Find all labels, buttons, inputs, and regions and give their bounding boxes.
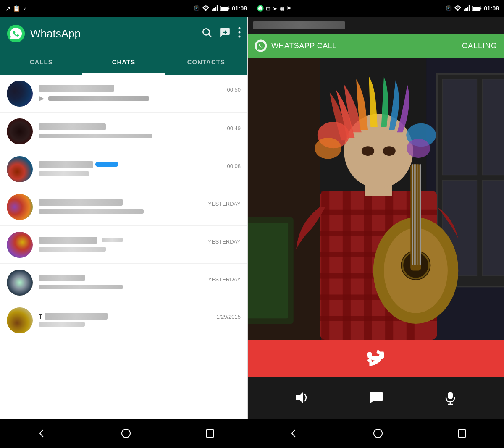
- svg-point-23: [239, 31, 241, 34]
- chat-time: YESTERDAY: [208, 276, 241, 283]
- back-button-left[interactable]: [32, 423, 52, 444]
- list-item[interactable]: YESTERDAY: [0, 264, 247, 301]
- recent-icon: [205, 428, 215, 438]
- bottom-nav: [0, 419, 504, 448]
- list-item[interactable]: YESTERDAY: [0, 226, 247, 264]
- tab-calls[interactable]: CALLS: [0, 50, 82, 75]
- status-bar: ↗ 📋 ✓ 📳: [0, 0, 504, 17]
- svg-point-52: [362, 146, 374, 156]
- chat-time: 00:50: [227, 86, 241, 93]
- right-top-bar: [248, 17, 504, 34]
- svg-rect-33: [482, 180, 504, 276]
- right-signal-icons: 📳 01:08: [446, 5, 499, 12]
- home-button-right[interactable]: [368, 423, 388, 444]
- vibrate-right-icon: 📳: [446, 5, 452, 11]
- svg-point-75: [122, 429, 130, 438]
- contact-name-blur: [39, 237, 97, 244]
- speaker-icon: [294, 390, 309, 405]
- call-photo: [248, 58, 504, 340]
- wifi-right-icon: [454, 5, 462, 11]
- chat-top: YESTERDAY: [39, 275, 241, 283]
- bottom-nav-left: [0, 419, 252, 448]
- hangup-button[interactable]: [363, 346, 388, 371]
- hangup-bar: [248, 340, 504, 377]
- app-bar: WhatsApp: [0, 17, 247, 50]
- avatar: [7, 270, 33, 296]
- contact-name-row: [39, 236, 123, 244]
- message-preview-blur: [39, 322, 85, 327]
- svg-rect-68: [368, 352, 372, 357]
- search-button[interactable]: [201, 27, 212, 40]
- avatar: [7, 232, 33, 258]
- call-header: WHATSAPP CALL CALLING: [248, 34, 504, 58]
- list-item[interactable]: 00:50: [0, 75, 247, 113]
- name-part2: [102, 238, 123, 242]
- home-button-left[interactable]: [116, 423, 136, 444]
- svg-point-51: [407, 139, 430, 158]
- right-app-icons: ⊡ ➤ ▦ ⚑: [257, 5, 291, 12]
- message-button[interactable]: [368, 390, 383, 405]
- list-item[interactable]: 00:49: [0, 113, 247, 150]
- chat-time: 00:49: [227, 125, 241, 131]
- app-title: WhatsApp: [30, 27, 196, 40]
- speaker-button[interactable]: [294, 390, 309, 405]
- back-button-right[interactable]: [284, 423, 304, 444]
- tab-chats[interactable]: CHATS: [82, 50, 165, 75]
- avatar: [7, 118, 33, 144]
- svg-rect-71: [373, 398, 377, 398]
- signal-icon: [212, 5, 218, 11]
- call-status: CALLING: [462, 42, 497, 50]
- contact-name-row: [39, 161, 118, 168]
- chat-info: YESTERDAY: [39, 199, 241, 215]
- home-icon: [121, 428, 131, 439]
- svg-rect-6: [228, 8, 229, 10]
- message-preview-blur: [39, 171, 89, 176]
- whatsapp-small-icon: [257, 5, 264, 12]
- contact-initial: T: [39, 313, 42, 320]
- back-icon: [37, 428, 47, 439]
- svg-rect-3: [215, 7, 216, 11]
- chat-time: YESTERDAY: [208, 238, 241, 245]
- mic-button[interactable]: [443, 390, 458, 405]
- contact-name-blur: [39, 161, 93, 168]
- contact-name-blur: [39, 275, 85, 281]
- call-header-left: WHATSAPP CALL: [255, 39, 337, 52]
- clipboard-icon: 📋: [13, 5, 20, 12]
- svg-point-49: [315, 138, 341, 159]
- tab-contacts[interactable]: CONTACTS: [165, 50, 247, 75]
- img-icon: ⊡: [266, 5, 270, 12]
- message-preview-blur: [48, 96, 149, 101]
- recent-button-right[interactable]: [452, 423, 472, 444]
- svg-rect-76: [206, 430, 214, 437]
- list-item[interactable]: YESTERDAY: [0, 188, 247, 226]
- menu-button[interactable]: [238, 27, 241, 40]
- contact-name-blur: [39, 199, 123, 206]
- signal-right-icon: [464, 5, 470, 11]
- recent-button-left[interactable]: [200, 423, 220, 444]
- list-item[interactable]: 00:08: [0, 150, 247, 188]
- svg-rect-7: [221, 7, 228, 10]
- svg-point-0: [205, 10, 207, 12]
- call-controls: [248, 377, 504, 419]
- svg-rect-78: [458, 430, 466, 437]
- chat-time: YESTERDAY: [208, 201, 241, 207]
- list-item[interactable]: T 1/29/2015: [0, 301, 247, 339]
- svg-rect-15: [480, 8, 481, 10]
- battery-icon: [220, 6, 230, 11]
- svg-rect-4: [217, 5, 218, 11]
- svg-point-22: [239, 27, 241, 29]
- svg-point-77: [374, 429, 382, 438]
- chat-top: 00:08: [39, 161, 241, 169]
- svg-rect-30: [442, 79, 477, 175]
- chat-info: YESTERDAY: [39, 236, 241, 253]
- svg-point-53: [383, 146, 395, 156]
- chat-info: 00:50: [39, 85, 241, 102]
- call-title: WHATSAPP CALL: [271, 42, 337, 50]
- status-bar-left: ↗ 📋 ✓ 📳: [0, 0, 252, 17]
- send-icon: ➤: [273, 5, 277, 12]
- svg-rect-16: [473, 7, 480, 10]
- arrow-icon: ↗: [5, 5, 10, 13]
- new-chat-button[interactable]: [220, 27, 231, 40]
- caller-image: [248, 58, 504, 340]
- svg-point-9: [457, 10, 459, 12]
